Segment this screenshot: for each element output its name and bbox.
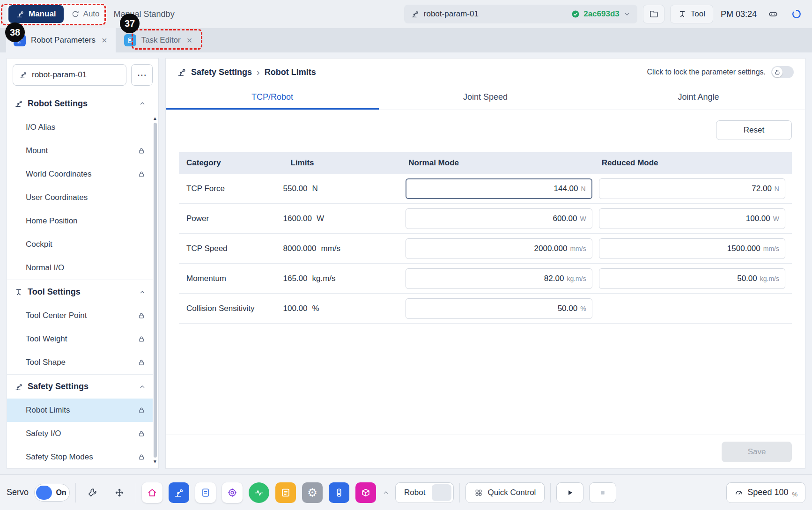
top-bar-right: robot-param-01 2ac693d3 Tool PM 03:24 [404, 5, 805, 23]
parameter-name-field[interactable]: robot-param-01 [13, 64, 126, 86]
lock-hint-text: Click to lock the parameter settings. [647, 68, 766, 76]
sidebar-item-io-alias[interactable]: I/O Alias [7, 116, 153, 139]
servo-toggle[interactable]: On [34, 484, 70, 502]
sidebar-item-cockpit[interactable]: Cockpit [7, 233, 153, 256]
settings-app-button[interactable]: ⚙ [302, 482, 323, 503]
normal-mode-input-tcp-speed[interactable]: 2000.000 mm/s [406, 238, 592, 259]
scroll-down-icon[interactable]: ▼ [153, 459, 157, 465]
quick-control-button[interactable]: Quick Control [465, 482, 545, 503]
robot-parameters-tab-icon [14, 34, 26, 46]
stop-icon [598, 488, 607, 497]
home-app-button[interactable] [142, 482, 162, 503]
sidebar-item-world-coordinates[interactable]: World Coordinates [7, 163, 153, 186]
sidebar-item-user-coordinates[interactable]: User Coordinates [7, 186, 153, 209]
normal-mode-input-momentum[interactable]: 82.00 kg.m/s [406, 268, 592, 289]
row-category: Collision Sensitivity [179, 304, 283, 313]
manual-mode-button[interactable]: Manual [8, 5, 64, 23]
tab-joint-speed[interactable]: Joint Speed [379, 86, 592, 110]
document-icon [200, 488, 211, 498]
table-row-power: Power 1600.00 W 600.00 W [179, 204, 792, 234]
sidebar-item-robot-limits[interactable]: Robot Limits [7, 399, 153, 422]
chevron-down-icon[interactable] [623, 10, 631, 18]
robot-mode-toggle[interactable]: Robot [395, 482, 454, 503]
section-items: Robot Limits Safety I/O Safety Stop Mode… [7, 399, 153, 468]
input-unit: mm/s [570, 245, 586, 252]
tab-task-editor[interactable]: Task Editor × [117, 28, 201, 52]
reset-button[interactable]: Reset [716, 120, 792, 140]
chevron-up-icon[interactable] [139, 383, 146, 391]
scroll-up-icon[interactable]: ▲ [153, 116, 157, 121]
task-editor-app-button[interactable] [195, 482, 216, 503]
open-file-button[interactable] [643, 5, 664, 23]
normal-mode-input-power[interactable]: 600.00 W [406, 208, 592, 229]
sidebar-section-safety-settings[interactable]: Safety Settings [7, 374, 153, 399]
dock-collapse-icon[interactable] [382, 489, 390, 496]
sidebar-item-tool-shape[interactable]: Tool Shape [7, 351, 153, 374]
normal-mode-input-collision-sensitivity[interactable]: 50.00 % [406, 298, 592, 319]
power-cycle-button[interactable] [788, 5, 805, 23]
sidebar-section-tool-settings[interactable]: Tool Settings [7, 280, 153, 304]
tab-tcp-robot[interactable]: TCP/Robot [166, 86, 379, 110]
stop-button[interactable] [589, 482, 616, 503]
gear-icon: ⚙ [307, 487, 317, 498]
normal-mode-input-tcp-force[interactable]: 144.00 N [406, 178, 592, 199]
sidebar-item-safety-stop-modes[interactable]: Safety Stop Modes [7, 445, 153, 468]
chevron-up-icon[interactable] [139, 100, 146, 107]
reduced-mode-input-power[interactable]: 100.00 W [599, 208, 785, 229]
calibration-app-button[interactable] [222, 482, 243, 503]
clock-text: PM 03:24 [721, 9, 757, 19]
log-app-button[interactable] [275, 482, 296, 503]
active-parameter-chip[interactable]: robot-param-01 2ac693d3 [404, 5, 637, 23]
robot-icon [15, 383, 23, 391]
sidebar-item-tool-center-point[interactable]: Tool Center Point [7, 304, 153, 327]
settings-wrench-button[interactable] [81, 482, 103, 503]
close-tab-icon[interactable]: × [101, 36, 108, 45]
remote-app-button[interactable] [329, 482, 349, 503]
section-items: I/O Alias Mount World Coordinates User C… [7, 116, 153, 280]
top-bar: Manual Auto Manual Standby robot-param-0… [0, 0, 812, 28]
save-button[interactable]: Save [722, 442, 792, 462]
sidebar-nav-list: Robot Settings I/O Alias Mount World Coo… [7, 91, 158, 468]
tab-joint-angle[interactable]: Joint Angle [592, 86, 805, 110]
mode-toggle-group: Manual Auto [7, 3, 107, 25]
auto-mode-button[interactable]: Auto [66, 5, 105, 23]
reduced-mode-input-momentum[interactable]: 50.00 kg.m/s [599, 268, 785, 289]
input-value: 2000.000 [534, 244, 568, 253]
chevron-up-icon[interactable] [139, 288, 146, 296]
pendant-button[interactable] [764, 5, 782, 23]
package-app-button[interactable] [355, 482, 376, 503]
robot-params-app-button[interactable] [169, 482, 189, 503]
row-limit: 550.00 N [283, 184, 406, 193]
breadcrumb-section[interactable]: Safety Settings [191, 67, 252, 77]
tool-stand-icon [678, 10, 687, 18]
monitoring-app-button[interactable] [249, 482, 269, 503]
reduced-mode-input-tcp-speed[interactable]: 1500.000 mm/s [599, 238, 785, 259]
sidebar-item-tool-weight[interactable]: Tool Weight [7, 327, 153, 351]
speed-control[interactable]: Speed 100 % [726, 482, 805, 503]
sidebar-item-mount[interactable]: Mount [7, 139, 153, 163]
close-tab-icon[interactable]: × [186, 36, 193, 45]
more-options-button[interactable]: ⋯ [131, 64, 153, 86]
item-label: User Coordinates [26, 193, 88, 202]
reduced-mode-input-tcp-force[interactable]: 72.00 N [599, 178, 785, 199]
tool-button[interactable]: Tool [670, 5, 713, 23]
play-icon [566, 488, 574, 497]
sidebar-item-home-position[interactable]: Home Position [7, 209, 153, 233]
scrollbar-thumb[interactable] [154, 123, 157, 458]
item-label: World Coordinates [26, 170, 91, 179]
item-label: Tool Center Point [26, 311, 87, 320]
jog-button[interactable] [109, 482, 130, 503]
sidebar-item-safety-io[interactable]: Safety I/O [7, 422, 153, 445]
sidebar-scrollbar[interactable]: ▲ ▼ [153, 116, 157, 465]
limits-tab-bar: TCP/Robot Joint Speed Joint Angle [166, 86, 805, 110]
col-reduced-mode: Reduced Mode [599, 158, 792, 168]
commit-group[interactable]: 2ac693d3 [571, 9, 631, 19]
sidebar-section-robot-settings[interactable]: Robot Settings [7, 91, 153, 116]
sidebar-item-normal-io[interactable]: Normal I/O [7, 256, 153, 280]
tab-robot-parameters[interactable]: Robot Parameters × [6, 28, 116, 52]
parameter-lock-toggle[interactable] [771, 66, 794, 78]
robot-icon [19, 71, 27, 79]
input-value: 72.00 [752, 184, 772, 193]
play-button[interactable] [556, 482, 583, 503]
input-unit: N [775, 185, 779, 192]
